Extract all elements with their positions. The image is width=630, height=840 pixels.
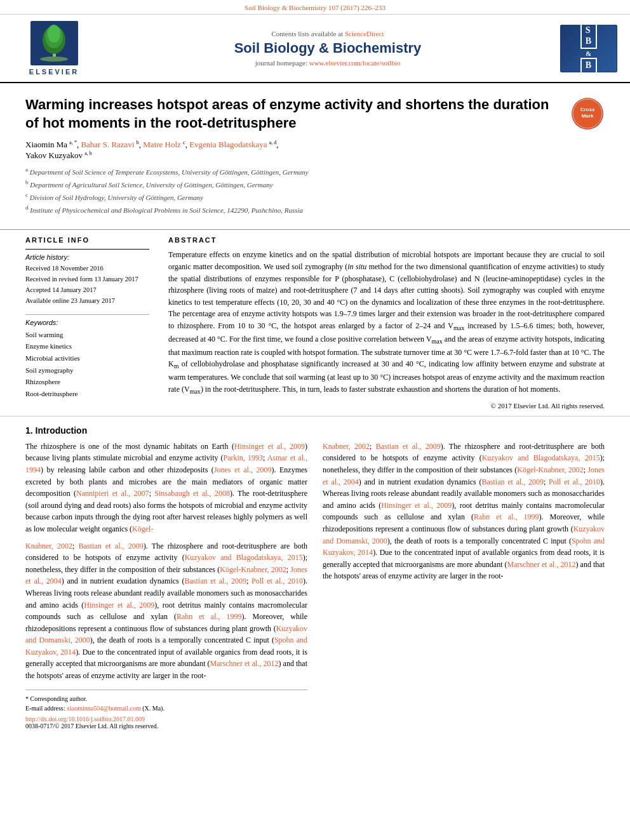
science-direct-link[interactable]: ScienceDirect bbox=[345, 30, 384, 37]
science-direct-notice: Contents lists available at ScienceDirec… bbox=[95, 30, 560, 37]
ref-kuzyakov-right: Kuzyakov and Blagodatskaya, 2015 bbox=[482, 453, 600, 462]
article-info-abstract-section: ARTICLE INFO Article history: Received 1… bbox=[0, 229, 630, 415]
introduction-title: 1. Introduction bbox=[25, 425, 605, 436]
intro-right-text: Knabner, 2002; Bastian et al., 2009). Th… bbox=[323, 441, 605, 582]
ref-kogel-right: Knabner, 2002 bbox=[323, 442, 370, 451]
journal-name: Soil Biology & Biochemistry bbox=[95, 40, 560, 57]
ref-sinsabaugh-2008: Sinsabaugh et al., 2008 bbox=[154, 489, 230, 498]
elsevier-tree-icon bbox=[30, 21, 78, 65]
ref-parkin-1993: Parkin, 1993 bbox=[224, 453, 263, 462]
crossmark-badge-container: Cross Mark bbox=[570, 96, 605, 131]
keyword-root-detritusphere: Root-detritusphere bbox=[25, 388, 149, 400]
intro-left-text: The rhizosphere is one of the most dynam… bbox=[25, 441, 307, 682]
abstract-heading: ABSTRACT bbox=[168, 236, 605, 244]
ref-poll-right: Poll et al., 2010 bbox=[549, 477, 600, 486]
journal-title-block: Contents lists available at ScienceDirec… bbox=[95, 30, 560, 67]
ref-rahn-right: Rahn et al., 1999 bbox=[474, 512, 539, 521]
journal-reference-bar: Soil Biology & Biochemistry 107 (2017) 2… bbox=[0, 0, 630, 15]
keyword-rhizosphere: Rhizosphere bbox=[25, 376, 149, 388]
ref-rahn-1999: Rahn et al., 1999 bbox=[177, 612, 242, 621]
ref-hinsinger-2009: Hinsinger et al., 2009 bbox=[234, 442, 305, 451]
history-label: Article history: bbox=[25, 253, 149, 261]
keyword-soil-warming: Soil warming bbox=[25, 329, 149, 341]
ref-nannipieri-2007: Nannipieri et al., 2007 bbox=[76, 489, 149, 498]
ref-poll-2010: Poll et al., 2010 bbox=[251, 577, 303, 585]
svg-point-4 bbox=[48, 25, 60, 43]
intro-right-col: Knabner, 2002; Bastian et al., 2009). Th… bbox=[323, 441, 605, 730]
article-title: Warming increases hotspot areas of enzym… bbox=[25, 96, 570, 132]
ref-kogel-right2: Kögel-Knabner, 2002 bbox=[517, 465, 583, 474]
ref-jones-2009: Jones et al., 2009 bbox=[214, 465, 272, 474]
received-date: Received 18 November 2016 bbox=[25, 263, 149, 274]
author-list: Xiaomin Ma a, *, Bahar S. Razavi b, Mair… bbox=[25, 140, 605, 161]
accepted-date: Accepted 14 January 2017 bbox=[25, 285, 149, 296]
revised-date: Received in revised form 13 January 2017 bbox=[25, 274, 149, 285]
intro-left-col: The rhizosphere is one of the most dynam… bbox=[25, 441, 307, 730]
journal-homepage-line: journal homepage: www.elsevier.com/locat… bbox=[95, 59, 560, 67]
article-info-column: ARTICLE INFO Article history: Received 1… bbox=[25, 236, 149, 409]
article-history-block: Article history: Received 18 November 20… bbox=[25, 249, 149, 306]
author-holz: Maire Holz bbox=[143, 140, 181, 150]
article-info-heading: ARTICLE INFO bbox=[25, 236, 149, 244]
ref-marschner-right: Marschner et al., 2012 bbox=[507, 560, 576, 569]
elsevier-logo: ELSEVIER bbox=[13, 21, 95, 76]
article-header-section: Warming increases hotspot areas of enzym… bbox=[0, 83, 630, 229]
introduction-section: 1. Introduction The rhizosphere is one o… bbox=[0, 416, 630, 738]
introduction-body: The rhizosphere is one of the most dynam… bbox=[25, 441, 605, 730]
issn-line: 0038-0717/© 2017 Elsevier Ltd. All right… bbox=[25, 723, 307, 730]
author-razavi: Bahar S. Razavi bbox=[81, 140, 134, 150]
affiliation-d: d Institute of Physicochemical and Biolo… bbox=[25, 204, 605, 215]
email-line: E-mail address: xiaominna504@hotmail.com… bbox=[25, 703, 307, 713]
abstract-text-block: Temperature effects on enzyme kinetics a… bbox=[168, 249, 605, 396]
ref-kogel2: Kögel-Knabner, 2002 bbox=[220, 565, 286, 574]
ref-hinsinger2: Hinsinger et al., 2009 bbox=[84, 601, 154, 610]
affiliation-a: a Department of Soil Science of Temperat… bbox=[25, 166, 605, 177]
svg-point-5 bbox=[40, 57, 68, 62]
ref-kogel-2002: Kögel- bbox=[132, 524, 153, 533]
abstract-paragraph: Temperature effects on enzyme kinetics a… bbox=[168, 249, 605, 396]
abstract-column: ABSTRACT Temperature effects on enzyme k… bbox=[168, 236, 605, 409]
ref-kuzyakov-right2: Kuzyakov and Domanski, 2000 bbox=[323, 524, 605, 545]
corresponding-author-note: * Corresponding author. bbox=[25, 694, 307, 703]
crossmark-icon: Cross Mark bbox=[572, 98, 603, 130]
keyword-microbial: Microbial activities bbox=[25, 352, 149, 364]
email-link[interactable]: xiaominna504@hotmail.com bbox=[67, 705, 141, 712]
ref-bastian-2009: Bastian et al., 2009 bbox=[79, 542, 144, 550]
ref-bastian-right: Bastian et al., 2009 bbox=[376, 442, 441, 451]
ref-hinsinger-right: Hinsinger et al., 2009 bbox=[381, 501, 452, 510]
affiliations-block: a Department of Soil Science of Temperat… bbox=[25, 166, 605, 216]
journal-header: ELSEVIER Contents lists available at Sci… bbox=[0, 15, 630, 83]
svg-text:Cross: Cross bbox=[580, 107, 594, 112]
available-date: Available online 23 January 2017 bbox=[25, 296, 149, 307]
keywords-block: Keywords: Soil warming Enzyme kinetics M… bbox=[25, 314, 149, 400]
keyword-enzyme-kinetics: Enzyme kinetics bbox=[25, 340, 149, 352]
svg-text:Mark: Mark bbox=[581, 113, 593, 119]
author-blagodatskaya: Evgenia Blagodatskaya bbox=[189, 140, 267, 150]
keyword-zymography: Soil zymography bbox=[25, 364, 149, 377]
elsevier-brand-name: ELSEVIER bbox=[29, 68, 79, 76]
title-row: Warming increases hotspot areas of enzym… bbox=[25, 96, 605, 132]
journal-homepage-link[interactable]: www.elsevier.com/locate/soilbio bbox=[309, 59, 400, 67]
ref-bastian-right2: Bastian et al., 2009 bbox=[482, 477, 544, 486]
journal-logo-right: S B & B bbox=[560, 25, 617, 72]
copyright-notice: © 2017 Elsevier Ltd. All rights reserved… bbox=[168, 402, 605, 410]
doi-line[interactable]: http://dx.doi.org/10.1016/j.soilbio.2017… bbox=[25, 716, 307, 723]
journal-reference: Soil Biology & Biochemistry 107 (2017) 2… bbox=[245, 4, 385, 11]
ref-kuzyakov-2015: Kuzyakov and Blagodatskaya, 2015 bbox=[185, 553, 303, 562]
affiliation-c: c Division of Soil Hydrology, University… bbox=[25, 191, 605, 203]
ref-marschner-2012: Marschner et al., 2012 bbox=[210, 659, 279, 668]
ref-bastian2: Bastian et al., 2009 bbox=[185, 577, 247, 585]
footnote-block: * Corresponding author. E-mail address: … bbox=[25, 690, 307, 713]
affiliation-b: b Department of Agricultural Soil Scienc… bbox=[25, 178, 605, 190]
keywords-label: Keywords: bbox=[25, 319, 149, 326]
ref-kuzyakov-2000: Kuzyakov and Domanski, 2000 bbox=[25, 624, 307, 645]
ref-kogel-knabner-2002: Knabner, 2002 bbox=[25, 542, 72, 550]
